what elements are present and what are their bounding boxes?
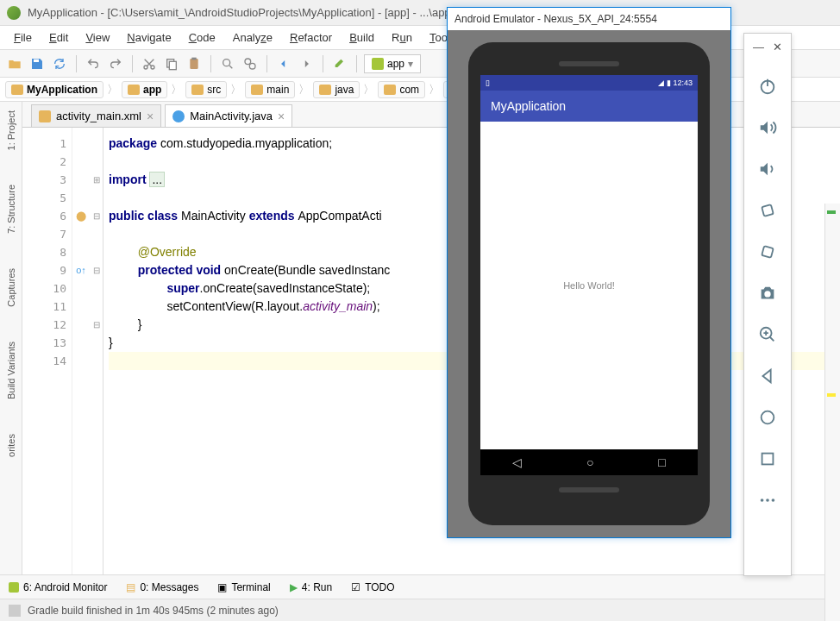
android-icon	[372, 58, 384, 70]
menu-refactor[interactable]: Refactor	[281, 28, 341, 47]
chevron-right-icon: 〉	[298, 82, 310, 97]
open-icon[interactable]	[5, 54, 24, 73]
menu-edit[interactable]: Edit	[41, 28, 77, 47]
menu-code[interactable]: Code	[180, 28, 224, 47]
camera-icon[interactable]	[752, 273, 783, 314]
folder-icon	[319, 85, 331, 95]
menu-navigate[interactable]: Navigate	[118, 28, 179, 47]
sync-icon[interactable]	[50, 54, 69, 73]
undo-icon[interactable]	[84, 54, 103, 73]
chevron-right-icon: 〉	[107, 82, 118, 97]
bottom-label: 0: Messages	[140, 581, 198, 593]
minimize-icon[interactable]: —	[753, 41, 764, 53]
fold-gutter[interactable]: ⊞⊟⊟⊟	[90, 128, 103, 574]
zoom-icon[interactable]	[752, 314, 783, 355]
tab-activity-main-xml[interactable]: activity_main.xml ×	[31, 104, 161, 127]
power-icon[interactable]	[752, 66, 783, 107]
rotate-left-icon[interactable]	[752, 190, 783, 231]
chevron-right-icon: 〉	[171, 82, 182, 97]
folder-icon	[191, 85, 204, 95]
run-config-selector[interactable]: app ▾	[364, 54, 421, 73]
svg-point-18	[766, 499, 769, 502]
tab-structure[interactable]: 7: Structure	[6, 185, 16, 234]
svg-point-15	[762, 411, 774, 424]
menu-file[interactable]: File	[5, 28, 41, 47]
breadcrumb-main[interactable]: main	[245, 81, 295, 98]
tab-android-monitor[interactable]: 6: Android Monitor	[9, 581, 107, 593]
left-tool-strip: 1: Project 7: Structure Captures Build V…	[0, 102, 22, 574]
back-icon[interactable]	[274, 54, 293, 73]
breadcrumb-label: com	[399, 84, 419, 96]
warning-mark	[827, 393, 836, 397]
nav-home-icon[interactable]: ○	[586, 455, 593, 469]
rotate-right-icon[interactable]	[752, 231, 783, 273]
breadcrumb-label: app	[143, 84, 161, 96]
emulator-title: Android Emulator - Nexus_5X_API_24:5554	[454, 13, 657, 25]
status-right: ◢ ▮ 12:43	[658, 78, 693, 87]
separator	[323, 55, 323, 72]
tab-run[interactable]: ▶4: Run	[290, 581, 332, 593]
replace-icon[interactable]	[241, 54, 260, 73]
svg-rect-5	[190, 59, 197, 69]
folder-icon	[251, 85, 263, 95]
tab-todo[interactable]: ☑TODO	[351, 581, 394, 593]
more-icon[interactable]	[752, 480, 783, 521]
copy-icon[interactable]	[162, 54, 181, 73]
nav-overview-icon[interactable]: □	[658, 455, 665, 469]
nav-back-icon[interactable]: ◁	[512, 455, 522, 469]
chevron-right-icon: 〉	[363, 82, 374, 97]
volume-up-icon[interactable]	[752, 107, 783, 148]
emulator-title-bar[interactable]: Android Emulator - Nexus_5X_API_24:5554	[448, 8, 730, 30]
forward-icon[interactable]	[297, 54, 316, 73]
tab-terminal[interactable]: ▣Terminal	[217, 581, 270, 593]
home-icon[interactable]	[752, 397, 783, 438]
tab-messages[interactable]: ▤0: Messages	[126, 581, 198, 593]
phone-home-slot	[559, 487, 619, 492]
separator	[132, 55, 133, 72]
bottom-tool-bar: 6: Android Monitor ▤0: Messages ▣Termina…	[0, 574, 840, 599]
paste-icon[interactable]	[185, 54, 204, 73]
svg-point-19	[772, 499, 775, 502]
error-stripe[interactable]	[824, 204, 840, 621]
menu-build[interactable]: Build	[341, 28, 383, 47]
breadcrumb-label: java	[335, 84, 354, 96]
separator	[76, 55, 77, 72]
breadcrumb-com[interactable]: com	[378, 81, 425, 98]
bottom-label: TODO	[365, 581, 394, 593]
breadcrumb-project[interactable]: MyApplication	[5, 81, 103, 98]
close-icon[interactable]: ×	[278, 110, 285, 123]
find-icon[interactable]	[218, 54, 237, 73]
todo-icon: ☑	[351, 581, 360, 593]
bottom-label: 4: Run	[302, 581, 332, 593]
tab-main-activity-java[interactable]: MainActivity.java ×	[165, 104, 292, 127]
status-icon	[9, 605, 21, 617]
save-icon[interactable]	[28, 54, 47, 73]
menu-run[interactable]: Run	[383, 28, 421, 47]
close-icon[interactable]: ×	[147, 110, 154, 123]
phone-screen[interactable]: ▯ ◢ ▮ 12:43 MyApplication Hello World! ◁…	[480, 75, 698, 475]
tab-build-variants[interactable]: Build Variants	[6, 342, 16, 399]
breadcrumb-app[interactable]: app	[122, 81, 167, 98]
redo-icon[interactable]	[106, 54, 125, 73]
svg-rect-4	[169, 61, 176, 69]
volume-down-icon[interactable]	[752, 148, 783, 190]
cut-icon[interactable]	[140, 54, 159, 73]
tab-project[interactable]: 1: Project	[6, 110, 16, 150]
breadcrumb-src[interactable]: src	[185, 81, 227, 98]
back-icon[interactable]	[752, 355, 783, 397]
xml-file-icon	[39, 110, 51, 122]
emulator-window[interactable]: Android Emulator - Nexus_5X_API_24:5554 …	[447, 7, 731, 538]
menu-analyze[interactable]: Analyze	[224, 28, 281, 47]
svg-point-7	[223, 59, 230, 66]
terminal-icon: ▣	[217, 581, 227, 593]
menu-view[interactable]: View	[77, 28, 118, 47]
overview-icon[interactable]	[752, 438, 783, 480]
svg-point-13	[764, 291, 770, 297]
tab-captures[interactable]: Captures	[6, 268, 16, 307]
tab-favorites[interactable]: orites	[6, 434, 16, 457]
make-icon[interactable]	[330, 54, 349, 73]
breadcrumb-java[interactable]: java	[313, 81, 360, 98]
close-icon[interactable]: ✕	[773, 41, 782, 53]
messages-icon: ▤	[126, 581, 135, 593]
line-numbers: 123567891011121314	[22, 128, 72, 574]
